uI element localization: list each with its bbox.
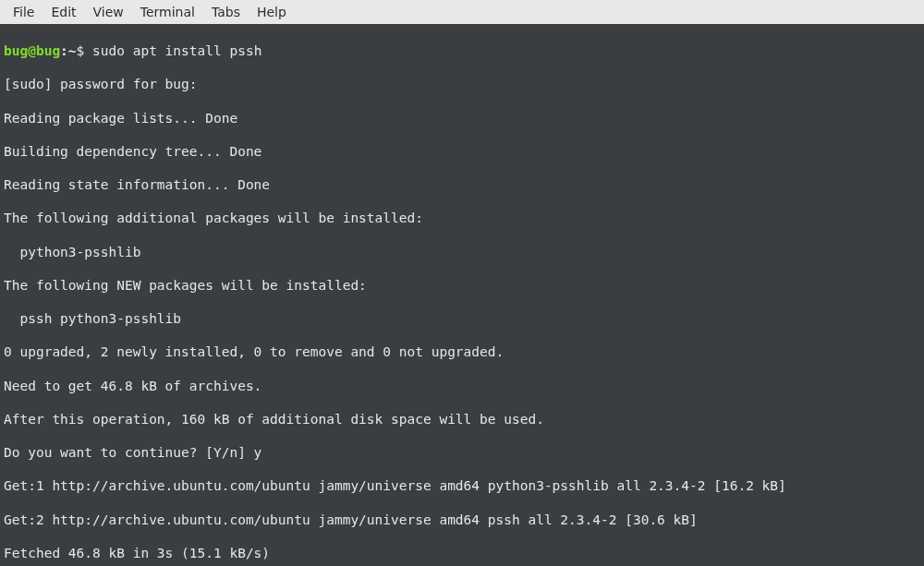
- output-line: pssh python3-psshlib: [4, 310, 920, 327]
- prompt-line: bug@bug:~$ sudo apt install pssh: [4, 42, 920, 59]
- output-line: python3-psshlib: [4, 244, 920, 260]
- output-line: Get:2 http://archive.ubuntu.com/ubuntu j…: [4, 512, 920, 528]
- output-line: The following NEW packages will be insta…: [4, 277, 920, 294]
- menu-file[interactable]: File: [6, 3, 42, 21]
- menu-view[interactable]: View: [86, 3, 131, 21]
- output-line: Need to get 46.8 kB of archives.: [4, 378, 920, 394]
- command-text: sudo apt install pssh: [92, 43, 261, 58]
- prompt-separator: :: [60, 43, 68, 58]
- menu-terminal[interactable]: Terminal: [133, 3, 202, 21]
- output-line: Reading state information... Done: [4, 176, 920, 193]
- prompt-path: ~: [68, 43, 77, 58]
- menu-help[interactable]: Help: [249, 3, 294, 21]
- output-line: [sudo] password for bug:: [4, 76, 920, 92]
- menubar: File Edit View Terminal Tabs Help: [0, 0, 924, 24]
- prompt-user-host: bug@bug: [4, 43, 60, 58]
- output-line: Building dependency tree... Done: [4, 143, 920, 160]
- menu-edit[interactable]: Edit: [43, 3, 83, 21]
- output-line: Fetched 46.8 kB in 3s (15.1 kB/s): [4, 545, 920, 561]
- output-line: Do you want to continue? [Y/n] y: [4, 444, 920, 461]
- output-line: Get:1 http://archive.ubuntu.com/ubuntu j…: [4, 477, 920, 494]
- output-line: The following additional packages will b…: [4, 210, 920, 226]
- menu-tabs[interactable]: Tabs: [204, 3, 248, 21]
- output-line: Reading package lists... Done: [4, 110, 920, 126]
- output-line: After this operation, 160 kB of addition…: [4, 411, 920, 428]
- prompt-dollar: $: [77, 43, 85, 58]
- output-line: 0 upgraded, 2 newly installed, 0 to remo…: [4, 343, 920, 360]
- terminal-output[interactable]: bug@bug:~$ sudo apt install pssh [sudo] …: [0, 24, 924, 566]
